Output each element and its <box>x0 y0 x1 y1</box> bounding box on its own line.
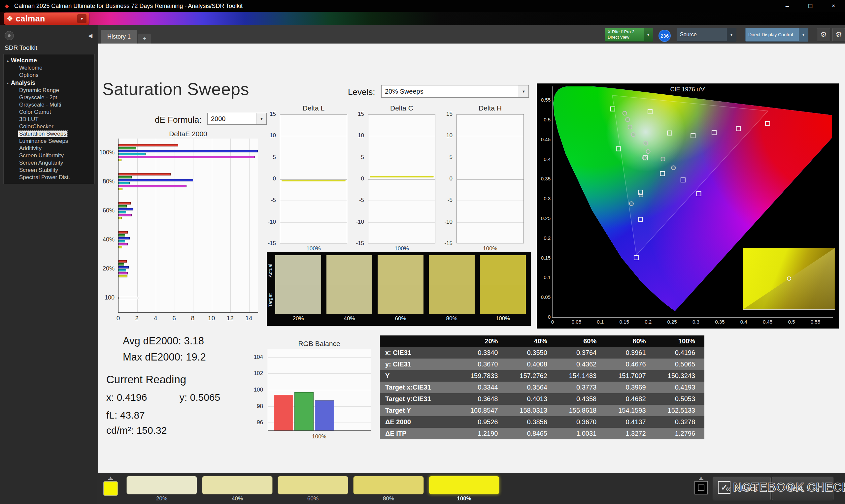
tab-history-1[interactable]: History 1 <box>101 30 137 43</box>
pattern-swatch-60[interactable]: 60% <box>276 475 350 503</box>
axis-tick-label: 40% <box>103 236 115 243</box>
minimize-button[interactable]: – <box>776 0 799 12</box>
swatch-color <box>202 476 272 494</box>
axis-tick-label: 0.25 <box>538 215 550 221</box>
sidebar-item-colorchecker[interactable]: ColorChecker <box>4 123 94 130</box>
sidebar-item-welcome[interactable]: Welcome <box>4 64 94 72</box>
table-cell: 0.3670 <box>458 359 507 370</box>
sidebar-item-additivity[interactable]: Additivity <box>4 145 94 152</box>
deltae-bar-green <box>119 263 124 266</box>
sidebar-item-saturation-sweeps[interactable]: Saturation Sweeps <box>4 130 94 138</box>
sidebar-item-3d-lut[interactable]: 3D LUT <box>4 116 94 123</box>
axis-tick-label: 0.3 <box>689 319 703 325</box>
sidebar-item-dynamic-range[interactable]: Dynamic Range <box>4 87 94 94</box>
sidebar-item-spectral-power-dist[interactable]: Spectral Power Dist. <box>4 174 94 181</box>
delta-c-title: Delta C <box>368 104 435 112</box>
table-row-label: Target Y <box>380 405 458 416</box>
collapse-sidebar-icon[interactable]: ◀ <box>88 32 92 39</box>
axis-tick-label: 0.4 <box>538 156 550 162</box>
table-cell: 0.3773 <box>557 382 606 393</box>
sidebar-item-luminance-sweeps[interactable]: Luminance Sweeps <box>4 138 94 145</box>
pattern-swatch-80[interactable]: 80% <box>352 475 425 503</box>
sidebar-item-options[interactable]: Options <box>4 72 94 79</box>
pattern-window-button[interactable]: ▲ <box>692 475 710 503</box>
axis-tick-label: 0.15 <box>617 319 631 325</box>
deltae-bar-green <box>119 234 125 236</box>
pattern-swatch-100[interactable]: 100% <box>427 475 501 503</box>
back-button[interactable]: « ‹ Back <box>712 476 771 500</box>
swatch-label: 40% <box>327 314 372 323</box>
settings-gear-icon[interactable]: ⚙ <box>817 28 830 41</box>
sidebar-item-grayscale-multi[interactable]: Grayscale - Multi <box>4 101 94 109</box>
axis-tick-label: 5 <box>441 154 453 161</box>
meter-select[interactable]: X-Rite i1Pro 2 Direct View ▼ <box>605 28 653 41</box>
axis-tick-label: 8 <box>188 315 197 322</box>
sidebar-item-color-gamut[interactable]: Color Gamut <box>4 109 94 116</box>
axis-tick-label: 15 <box>441 111 453 118</box>
pattern-swatch-40[interactable]: 40% <box>201 475 274 503</box>
levels-label: Levels: <box>348 87 375 97</box>
chevron-left-icon: ‹ <box>735 484 738 493</box>
de-formula-dropdown[interactable]: 2000 ▼ <box>207 113 267 125</box>
deltae-x-axis: 02468101214 <box>118 315 258 323</box>
sidebar-item-label: Additivity <box>18 145 42 151</box>
de-formula-label: dE Formula: <box>155 115 202 125</box>
sidebar-item-label: Saturation Sweeps <box>18 131 67 137</box>
sidebar-section-welcome[interactable]: ▴Welcome <box>4 56 94 64</box>
axis-tick-label: -15 <box>264 240 276 247</box>
measurements-table: 20%40%60%80%100%x: CIE310.33400.35500.37… <box>380 336 704 439</box>
next-button[interactable]: Next › » <box>772 476 833 500</box>
sidebar-item-grayscale-2pt[interactable]: Grayscale - 2pt <box>4 94 94 101</box>
table-cell: 0.4676 <box>606 359 655 370</box>
levels-dropdown[interactable]: 20% Sweeps ▼ <box>381 85 529 97</box>
deltae-bar-yellow <box>119 275 127 277</box>
display-control-select[interactable]: Direct Display Control ▼ <box>745 28 808 41</box>
gridline <box>457 136 524 136</box>
axis-tick-label: 15 <box>352 111 364 118</box>
swatch-color <box>278 476 348 494</box>
axis-tick-label: 0.1 <box>538 274 550 280</box>
deltae-bar-cyan <box>119 269 126 271</box>
current-y-value: y: 0.5065 <box>179 392 220 403</box>
calman-logo-button[interactable]: ❖ calman ▾ <box>4 13 89 25</box>
axis-tick-label: -10 <box>441 219 453 225</box>
gridline <box>368 200 435 201</box>
actual-swatch <box>275 255 321 285</box>
sidebar-item-screen-stability[interactable]: Screen Stability <box>4 166 94 174</box>
secondary-settings-icon[interactable]: ⚙ <box>832 28 845 41</box>
sidebar-section-analysis[interactable]: ▴Analysis <box>4 79 94 87</box>
axis-tick-label: -15 <box>441 240 453 247</box>
add-tab-button[interactable]: + <box>138 34 151 43</box>
gridline <box>368 136 435 136</box>
actual-swatch <box>377 255 423 285</box>
session-indicator-icon[interactable] <box>5 31 14 40</box>
axis-tick-label: 0.45 <box>760 319 775 325</box>
table-cell: 154.1483 <box>557 370 606 382</box>
gridline <box>156 139 156 312</box>
sidebar-item-screen-uniformity[interactable]: Screen Uniformity <box>4 152 94 159</box>
table-row-label: Target x:CIE31 <box>380 382 458 393</box>
axis-tick-label: 14 <box>244 315 253 322</box>
deltae-bar-blue <box>119 179 193 181</box>
sidebar-item-screen-angularity[interactable]: Screen Angularity <box>4 159 94 166</box>
deltae-bar-cyan <box>119 153 145 155</box>
delta-l-chart <box>280 114 347 244</box>
maximize-button[interactable]: □ <box>799 0 822 12</box>
table-cell: 0.5065 <box>655 359 704 370</box>
eject-icon: ▲ <box>699 475 703 480</box>
table-cell: 0.4013 <box>507 393 556 405</box>
axis-tick-label: -5 <box>264 197 276 203</box>
table-cell: 159.7833 <box>458 370 507 382</box>
pattern-swatch-20[interactable]: 20% <box>125 475 198 503</box>
deltae-bar-magenta <box>119 214 132 216</box>
swatch-label: 20% <box>156 496 168 502</box>
source-select[interactable]: Source ▼ <box>677 28 736 41</box>
deltae-bar-blue <box>119 237 130 239</box>
deltae-bar-red <box>119 173 171 176</box>
pattern-preview-control[interactable]: ▲ <box>101 475 120 503</box>
meter-count-badge[interactable]: 236 <box>658 30 671 42</box>
sidebar-item-label: 3D LUT <box>18 116 40 122</box>
close-button[interactable]: × <box>822 0 845 12</box>
display-control-body: Direct Display Control <box>746 28 799 41</box>
rainbow-strip <box>0 12 845 25</box>
